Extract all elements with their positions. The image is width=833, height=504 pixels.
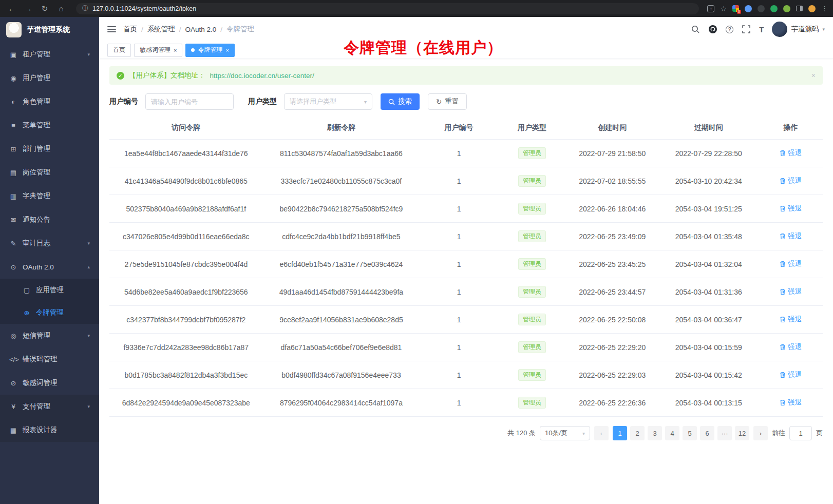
sidebar-item-notice[interactable]: ✉通知公告 <box>0 208 99 231</box>
page-button-4[interactable]: 4 <box>665 426 679 440</box>
search-button[interactable]: 搜索 <box>381 93 420 110</box>
extension-blue-icon[interactable] <box>745 5 752 12</box>
collapse-sidebar-icon[interactable] <box>107 26 116 32</box>
alert-close-icon[interactable]: × <box>811 71 816 80</box>
sidebar-item-dept[interactable]: ⊞部门管理 <box>0 137 99 161</box>
force-logout-button[interactable]: 强退 <box>780 204 802 213</box>
token-table: 访问令牌刷新令牌用户编号用户类型创建时间过期时间操作1ea5e44f8bc146… <box>109 117 823 417</box>
app-logo[interactable]: 芋道管理系统 <box>0 17 99 43</box>
extension-green-icon[interactable] <box>770 5 778 12</box>
github-icon[interactable] <box>708 25 717 34</box>
breadcrumb-separator: / <box>179 26 181 33</box>
extension-dark-icon[interactable] <box>758 5 765 12</box>
font-size-icon[interactable]: T <box>759 25 764 34</box>
sidebar-item-label: 错误码管理 <box>23 355 58 364</box>
forward-icon[interactable]: → <box>22 3 35 15</box>
sidebar-item-error-code[interactable]: </>错误码管理 <box>0 347 99 371</box>
sidebar-item-pay[interactable]: ¥支付管理▾ <box>0 395 99 418</box>
tab-close-icon[interactable]: × <box>174 47 177 53</box>
trash-icon <box>780 399 786 406</box>
sidebar-item-sms[interactable]: ◎短信管理▾ <box>0 324 99 347</box>
sidebar-item-sensitive-word[interactable]: ⊘敏感词管理 <box>0 371 99 395</box>
sidebar-item-dict[interactable]: ▥字典管理 <box>0 184 99 208</box>
sidebar-item-menu[interactable]: ≡菜单管理 <box>0 113 99 137</box>
created-time-cell: 2022-07-29 21:58:50 <box>566 140 659 167</box>
page-content: ✓ 【用户体系】文档地址： https://doc.iocoder.cn/use… <box>99 59 833 504</box>
fullscreen-icon[interactable] <box>742 25 751 34</box>
reload-icon[interactable]: ↻ <box>38 3 51 15</box>
created-time-cell: 2022-07-02 18:55:55 <box>566 167 659 195</box>
breadcrumb-item[interactable]: 系统管理 <box>147 25 175 34</box>
page-size-select[interactable]: 10条/页 ▾ <box>540 426 590 440</box>
sidebar-item-label: 报表设计器 <box>23 425 58 435</box>
share-icon[interactable]: ↑ <box>707 5 714 12</box>
help-icon[interactable]: ? <box>726 26 733 33</box>
goto-page-input[interactable] <box>789 426 812 440</box>
column-header: 操作 <box>759 117 823 140</box>
back-icon[interactable]: ← <box>5 3 18 15</box>
created-time-cell: 2022-06-25 22:29:03 <box>566 361 659 389</box>
reset-button[interactable]: ↻ 重置 <box>428 93 467 110</box>
page-button-6[interactable]: 6 <box>700 426 714 440</box>
breadcrumb-item[interactable]: OAuth 2.0 <box>185 26 217 33</box>
browser-menu-icon[interactable]: ⋮ <box>821 5 828 12</box>
created-time-cell: 2022-06-25 22:50:08 <box>566 306 659 334</box>
sidebar-item-post[interactable]: ▤岗位管理 <box>0 161 99 184</box>
table-row: 54d6be82ee5a460a9aedc1f9bf22365649d1aa46… <box>109 278 823 306</box>
doc-link[interactable]: https://doc.iocoder.cn/user-center/ <box>210 72 314 80</box>
force-logout-button[interactable]: 强退 <box>780 259 802 268</box>
sidebar-item-oauth[interactable]: ⊙OAuth 2.0▴ <box>0 255 99 279</box>
force-logout-button[interactable]: 强退 <box>780 231 802 241</box>
logo-image <box>6 22 22 37</box>
home-icon[interactable]: ⌂ <box>54 3 68 15</box>
address-bar[interactable]: ⓘ 127.0.0.1:1024/system/oauth2/token <box>76 3 699 14</box>
prev-page-button[interactable]: ‹ <box>594 426 609 440</box>
force-logout-button[interactable]: 强退 <box>780 287 802 296</box>
chevron-down-icon: ▾ <box>364 99 367 105</box>
bookmark-star-icon[interactable]: ☆ <box>720 5 727 13</box>
force-logout-button[interactable]: 强退 <box>780 315 802 324</box>
sidebar-item-audit-log[interactable]: ✎审计日志▾ <box>0 231 99 255</box>
tab-敏感词管理[interactable]: 敏感词管理× <box>134 44 182 57</box>
sidebar-item-app[interactable]: ▢应用管理 <box>0 279 99 301</box>
info-icon[interactable]: ⓘ <box>82 4 88 13</box>
force-logout-button[interactable]: 强退 <box>780 148 802 158</box>
force-logout-button[interactable]: 强退 <box>780 342 802 352</box>
force-logout-label: 强退 <box>788 231 802 241</box>
user-type-select[interactable]: 请选择用户类型 ▾ <box>284 93 372 110</box>
tab-close-icon[interactable]: × <box>225 47 229 53</box>
page-button-3[interactable]: 3 <box>648 426 662 440</box>
force-logout-button[interactable]: 强退 <box>780 370 802 379</box>
user-id-input[interactable] <box>145 93 234 110</box>
action-cell: 强退 <box>759 223 823 250</box>
sidebar-item-tenant[interactable]: ▣租户管理▾ <box>0 43 99 66</box>
force-logout-button[interactable]: 强退 <box>780 176 802 185</box>
user-type-cell: 管理员 <box>498 361 566 389</box>
tab-首页[interactable]: 首页 <box>107 44 131 57</box>
extension-icon[interactable]: 0 <box>732 5 739 12</box>
tab-令牌管理[interactable]: 令牌管理× <box>185 44 234 57</box>
sidebar-item-role[interactable]: ◐角色管理 <box>0 90 99 113</box>
page-button-1[interactable]: 1 <box>613 426 627 440</box>
force-logout-button[interactable]: 强退 <box>780 398 802 407</box>
sidebar-item-report[interactable]: ▦报表设计器 <box>0 418 99 442</box>
breadcrumb-item[interactable]: 首页 <box>123 25 137 34</box>
sidebar-item-token[interactable]: ⊛令牌管理 <box>0 301 99 324</box>
pager-ellipsis[interactable]: ··· <box>717 426 732 440</box>
user-menu[interactable]: 芋道源码 ▾ <box>772 22 825 37</box>
side-panel-icon[interactable] <box>796 6 803 11</box>
refresh-token-cell: dfa6c71a50a54c66bef706ef9e6e8d81 <box>263 334 420 361</box>
page-button-5[interactable]: 5 <box>683 426 697 440</box>
sidebar-item-label: 支付管理 <box>23 402 50 411</box>
next-page-button[interactable]: › <box>753 426 768 440</box>
sidebar-item-user[interactable]: ◉用户管理 <box>0 66 99 90</box>
refresh-icon: ↻ <box>436 98 442 106</box>
app-title: 芋道管理系统 <box>27 25 70 34</box>
profile-avatar[interactable] <box>808 5 816 12</box>
sidebar-item-label: 岗位管理 <box>23 168 50 177</box>
page-button-2[interactable]: 2 <box>630 426 645 440</box>
audit-log-icon: ✎ <box>9 240 17 247</box>
page-button-12[interactable]: 12 <box>735 426 749 440</box>
search-icon[interactable] <box>691 25 700 34</box>
extension-leaf-icon[interactable] <box>783 5 790 12</box>
